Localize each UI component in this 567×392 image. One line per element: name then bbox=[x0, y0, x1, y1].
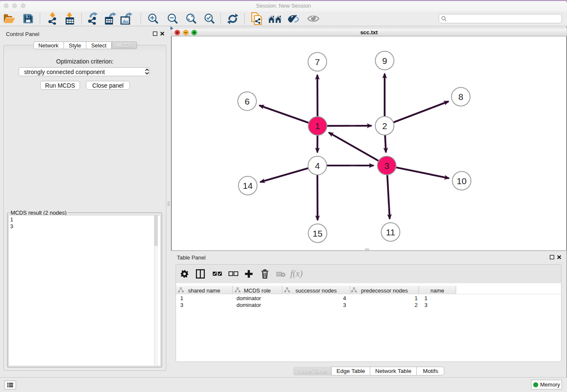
svg-text:2: 2 bbox=[382, 121, 387, 131]
svg-text:14: 14 bbox=[243, 181, 253, 190]
svg-text:3: 3 bbox=[384, 161, 389, 171]
svg-text:4: 4 bbox=[315, 161, 320, 171]
svg-text:8: 8 bbox=[458, 92, 463, 102]
svg-text:6: 6 bbox=[245, 97, 250, 106]
svg-text:9: 9 bbox=[382, 56, 387, 66]
svg-text:11: 11 bbox=[386, 227, 395, 237]
svg-text:1: 1 bbox=[315, 121, 320, 131]
svg-text:15: 15 bbox=[313, 229, 322, 238]
svg-text:7: 7 bbox=[315, 57, 320, 67]
svg-text:10: 10 bbox=[457, 176, 466, 186]
